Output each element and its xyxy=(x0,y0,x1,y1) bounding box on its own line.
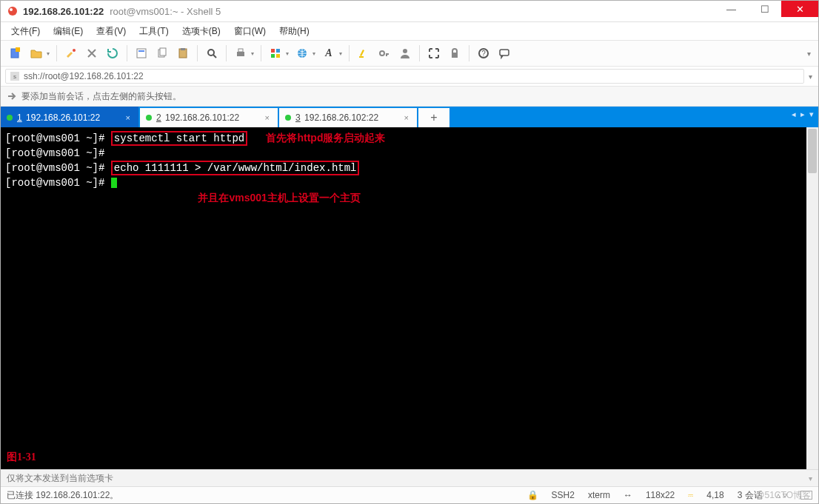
add-session-arrow-icon[interactable] xyxy=(7,91,17,101)
svg-point-21 xyxy=(380,51,384,56)
copy-icon[interactable] xyxy=(153,44,171,62)
scrollbar-thumb[interactable] xyxy=(808,129,817,173)
status-dot-icon xyxy=(285,115,291,121)
svg-rect-16 xyxy=(276,49,280,53)
cursor-pos: 4,18 xyxy=(706,490,723,500)
menu-help[interactable]: 帮助(H) xyxy=(275,24,314,39)
terminal-scrollbar[interactable] xyxy=(806,127,818,469)
status-dot-icon xyxy=(146,115,152,121)
user-icon[interactable] xyxy=(396,44,414,62)
session-tip-text: 要添加当前会话，点击左侧的箭头按钮。 xyxy=(21,90,181,103)
toolbar-sep xyxy=(349,45,350,61)
session-tab-2[interactable]: 2 192.168.26.101:22 × xyxy=(140,107,278,127)
fullscreen-icon[interactable] xyxy=(425,44,443,62)
svg-point-22 xyxy=(403,49,407,53)
send-mode-text: 仅将文本发送到当前选项卡 xyxy=(7,472,113,485)
find-icon[interactable] xyxy=(203,44,221,62)
toolbar-sep xyxy=(261,45,261,61)
sessions-nav[interactable]: ▵ ▿ xyxy=(776,490,787,500)
svg-rect-17 xyxy=(271,54,275,58)
tab-next-icon[interactable]: ▸ xyxy=(800,110,805,119)
menubar: 文件(F) 编辑(E) 查看(V) 工具(T) 选项卡(B) 窗口(W) 帮助(… xyxy=(1,22,818,41)
minimize-button[interactable]: — xyxy=(715,1,748,17)
globe-icon[interactable] xyxy=(293,44,311,62)
menu-tabs[interactable]: 选项卡(B) xyxy=(178,24,225,39)
tab-close-icon[interactable]: × xyxy=(263,113,272,122)
toolbar-sep xyxy=(127,45,127,61)
menu-file[interactable]: 文件(F) xyxy=(7,24,44,39)
close-button[interactable]: ✕ xyxy=(781,1,818,17)
lock-small-icon: 🔒 xyxy=(527,490,538,500)
titlebar-subtitle: root@vms001:~ - Xshell 5 xyxy=(110,6,221,17)
font-icon[interactable]: A xyxy=(320,44,338,62)
send-mode-drop[interactable]: ▾ xyxy=(809,474,812,483)
new-tab-button[interactable]: + xyxy=(418,107,449,127)
terminal[interactable]: [root@vms001 ~]# systemctl start httpd 首… xyxy=(1,127,818,469)
protocol: SSH2 xyxy=(552,490,575,500)
svg-rect-23 xyxy=(452,53,458,58)
disconnect-icon[interactable] xyxy=(83,44,101,62)
tab-index: 3 xyxy=(295,112,301,123)
properties-icon[interactable] xyxy=(133,44,150,62)
connection-status: 已连接 192.168.26.101:22。 xyxy=(7,489,118,502)
prompt: [root@vms001 ~]# xyxy=(5,162,104,174)
figure-label: 图1-31 xyxy=(7,450,36,465)
tab-prev-icon[interactable]: ◂ xyxy=(792,110,796,119)
menu-window[interactable]: 窗口(W) xyxy=(230,24,270,39)
print-drop[interactable]: ▾ xyxy=(251,50,254,57)
svg-rect-13 xyxy=(237,52,244,56)
svg-rect-5 xyxy=(137,49,146,58)
tab-close-icon[interactable]: × xyxy=(402,113,411,122)
caret-icon: ⎓ xyxy=(688,490,693,500)
svg-point-1 xyxy=(10,8,13,11)
tab-close-icon[interactable]: × xyxy=(124,113,133,122)
session-tab-3[interactable]: 3 192.168.26.102:22 × xyxy=(279,107,417,127)
color-icon[interactable] xyxy=(267,44,284,62)
print-icon[interactable] xyxy=(232,44,250,62)
highlight-icon[interactable] xyxy=(355,44,372,62)
svg-text:?: ? xyxy=(481,50,486,58)
key-icon[interactable] xyxy=(375,44,393,62)
new-session-icon[interactable] xyxy=(7,44,24,62)
lock-icon[interactable] xyxy=(446,44,464,62)
svg-rect-6 xyxy=(138,50,144,52)
paste-icon[interactable] xyxy=(174,44,192,62)
app-icon xyxy=(7,5,19,17)
svg-point-0 xyxy=(8,7,17,16)
maximize-button[interactable]: ☐ xyxy=(748,1,781,17)
svg-rect-14 xyxy=(238,49,243,52)
menu-view[interactable]: 查看(V) xyxy=(92,24,130,39)
feedback-icon[interactable] xyxy=(495,44,513,62)
tab-index: 2 xyxy=(156,112,161,123)
open-icon[interactable] xyxy=(27,44,45,62)
tab-label: 192.168.26.102:22 xyxy=(304,112,378,123)
open-drop[interactable]: ▾ xyxy=(47,50,50,57)
font-drop[interactable]: ▾ xyxy=(339,50,342,57)
tab-label: 192.168.26.101:22 xyxy=(165,112,239,123)
menu-tools[interactable]: 工具(T) xyxy=(135,24,173,39)
connect-icon[interactable] xyxy=(62,44,80,62)
command-2: echo 1111111 > /var/www/html/index.html xyxy=(111,161,360,175)
toolbar-sep xyxy=(419,45,420,61)
toolbar-overflow[interactable]: ▾ xyxy=(807,50,811,58)
globe-drop[interactable]: ▾ xyxy=(312,50,315,57)
tab-strip: 1 192.168.26.101:22 × 2 192.168.26.101:2… xyxy=(1,107,818,127)
prompt: [root@vms001 ~]# xyxy=(5,147,104,159)
address-bar-row: s ssh://root@192.168.26.101:22 ▾ xyxy=(1,67,818,87)
svg-rect-20 xyxy=(359,56,364,58)
color-drop[interactable]: ▾ xyxy=(286,50,289,57)
toolbar-sep xyxy=(226,45,227,61)
help-icon[interactable]: ? xyxy=(475,44,492,62)
menu-edit[interactable]: 编辑(E) xyxy=(49,24,87,39)
address-bar[interactable]: s ssh://root@192.168.26.101:22 xyxy=(5,69,804,84)
app-window: 192.168.26.101:22 root@vms001:~ - Xshell… xyxy=(0,0,819,504)
titlebar: 192.168.26.101:22 root@vms001:~ - Xshell… xyxy=(1,1,818,22)
resize-icon: ↔ xyxy=(624,490,632,500)
svg-rect-15 xyxy=(271,49,275,53)
address-overflow[interactable]: ▾ xyxy=(809,73,812,81)
reconnect-icon[interactable] xyxy=(104,44,121,62)
session-tab-1[interactable]: 1 192.168.26.101:22 × xyxy=(1,107,138,127)
tab-label: 192.168.26.101:22 xyxy=(26,112,100,123)
toolbar: ▾ ▾ ▾ ▾ A▾ ? ▾ xyxy=(1,41,818,67)
tab-list-icon[interactable]: ▾ xyxy=(809,110,814,119)
